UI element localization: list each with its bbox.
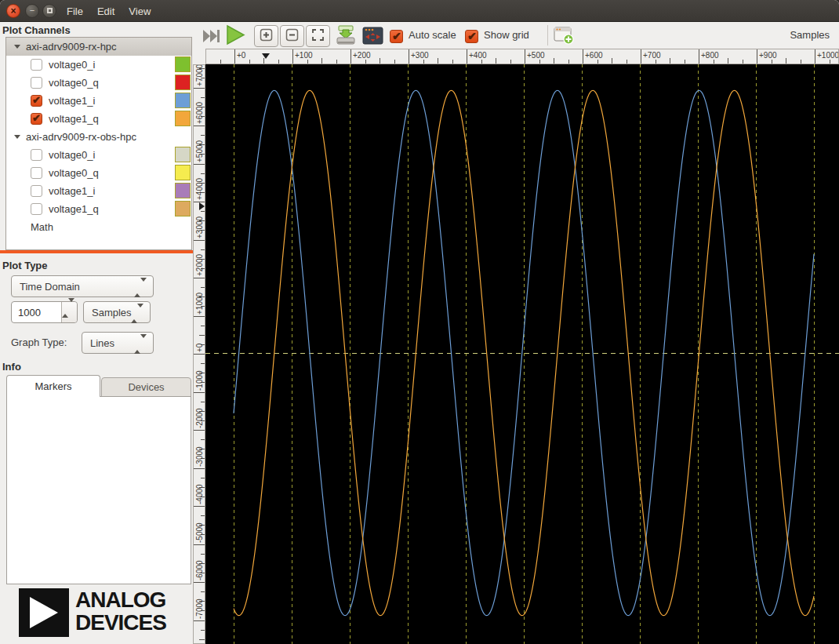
x-axis-tick — [597, 60, 598, 64]
plot-domain-select[interactable]: Time Domain — [11, 275, 154, 297]
menu-edit[interactable]: Edit — [90, 1, 122, 23]
channel-checkbox[interactable] — [31, 113, 42, 125]
menu-file[interactable]: File — [60, 1, 90, 23]
x-axis-tick — [525, 49, 525, 64]
menu-view[interactable]: View — [122, 1, 158, 23]
channel-row[interactable]: voltage0_i — [6, 56, 191, 74]
channel-color-swatch[interactable] — [175, 111, 191, 126]
y-axis-tick — [194, 240, 205, 241]
y-axis-tick-label: +5000 — [195, 140, 204, 162]
y-axis-tick-label: +7000 — [195, 64, 204, 86]
channel-row[interactable]: voltage0_i — [6, 146, 191, 164]
sample-unit-select[interactable]: Samples — [83, 301, 151, 323]
channel-checkbox[interactable] — [31, 167, 42, 179]
channel-label: voltage1_i — [49, 185, 95, 197]
channel-color-swatch[interactable] — [175, 75, 191, 90]
capture-skip-icon[interactable] — [202, 28, 222, 47]
channel-color-swatch[interactable] — [175, 183, 191, 198]
device-name: axi-adrv9009-rx-obs-hpc — [26, 131, 136, 143]
plot-type-heading: Plot Type — [2, 260, 48, 271]
x-axis-tick — [380, 58, 380, 64]
x-axis-tick — [423, 60, 424, 64]
channel-row[interactable]: voltage0_q — [6, 74, 191, 92]
tab-markers[interactable]: Markers — [6, 375, 100, 397]
channel-label: voltage1_q — [49, 113, 99, 125]
x-axis-tick — [583, 49, 583, 64]
channel-checkbox[interactable] — [31, 185, 42, 197]
channel-checkbox[interactable] — [31, 95, 42, 107]
x-axis-tick-label: +800 — [701, 51, 719, 60]
y-axis-tick-label: -3000 — [195, 446, 204, 467]
show-grid-checkbox[interactable] — [465, 30, 478, 43]
y-axis-tick — [194, 506, 205, 507]
waveform-plot[interactable] — [205, 64, 839, 644]
chevron-updown-icon — [131, 307, 143, 319]
channel-row[interactable]: voltage0_q — [6, 164, 191, 182]
device-row[interactable]: axi-adrv9009-rx-obs-hpc — [6, 128, 191, 146]
tab-devices[interactable]: Devices — [101, 377, 191, 397]
play-button[interactable] — [225, 24, 246, 49]
save-capture-icon[interactable] — [335, 25, 357, 49]
y-axis-tick — [201, 97, 205, 98]
pane-divider[interactable] — [0, 250, 193, 253]
sample-count-value: 1000 — [18, 307, 41, 318]
y-axis-tick — [201, 249, 205, 250]
channel-checkbox[interactable] — [31, 59, 42, 71]
x-axis-tick-label: +400 — [469, 51, 487, 60]
horizontal-ruler: +0+100+200+300+400+500+600+700+800+900+1… — [205, 49, 839, 64]
y-axis-tick — [194, 164, 205, 165]
x-axis-tick-label: +700 — [643, 51, 661, 60]
spinner-buttons[interactable] — [61, 302, 77, 322]
x-axis-tick — [670, 58, 670, 64]
auto-scale-checkbox[interactable] — [390, 30, 403, 43]
channel-row[interactable]: voltage1_i — [6, 182, 191, 200]
close-button[interactable]: × — [6, 4, 20, 18]
auto-scale-label: Auto scale — [409, 29, 456, 41]
y-axis-tick — [194, 392, 205, 393]
y-axis-tick — [194, 278, 205, 278]
channel-row[interactable]: voltage1_i — [6, 92, 191, 110]
graph-type-select[interactable]: Lines — [82, 332, 154, 354]
x-axis-tick-label: +1000 — [817, 51, 839, 60]
x-axis-tick-label: +500 — [527, 51, 545, 60]
expander-triangle-icon[interactable] — [14, 45, 20, 49]
x-axis-tick — [714, 60, 714, 64]
channel-color-swatch[interactable] — [175, 147, 191, 162]
y-axis-tick — [201, 630, 205, 631]
y-axis-tick-label: +2000 — [195, 254, 204, 276]
maximize-button[interactable] — [42, 4, 56, 18]
zoom-in-button[interactable] — [254, 25, 278, 47]
y-axis-tick — [194, 126, 205, 126]
sample-count-spinner[interactable]: 1000 — [11, 301, 78, 323]
channel-color-swatch[interactable] — [175, 165, 191, 180]
channel-checkbox[interactable] — [31, 149, 42, 161]
y-axis-tick — [201, 515, 205, 516]
x-axis-tick — [699, 49, 699, 64]
x-axis-tick — [554, 58, 554, 64]
channel-checkbox[interactable] — [31, 203, 42, 215]
channel-color-swatch[interactable] — [175, 201, 191, 216]
x-axis-tick-label: +0 — [237, 51, 245, 60]
y-axis-tick — [199, 639, 205, 640]
x-axis-tick — [627, 60, 627, 64]
x-axis-tick — [830, 60, 830, 64]
zoom-out-button[interactable] — [280, 25, 304, 47]
y-axis-tick — [199, 335, 205, 336]
graph-type-label: Graph Type: — [11, 337, 67, 348]
channel-color-swatch[interactable] — [175, 56, 191, 72]
device-row[interactable]: axi-adrv9009-rx-hpc — [6, 38, 191, 56]
channel-row[interactable]: voltage1_q — [6, 110, 191, 128]
x-axis-tick — [481, 60, 482, 64]
expander-triangle-icon[interactable] — [14, 135, 20, 139]
new-plot-window-icon[interactable] — [554, 27, 575, 48]
channel-color-swatch[interactable] — [175, 93, 191, 108]
math-row[interactable]: Math — [6, 218, 191, 236]
zoom-fit-button[interactable] — [306, 25, 330, 47]
minimize-button[interactable]: − — [25, 4, 39, 18]
channel-row[interactable]: voltage1_q — [6, 200, 191, 218]
x-axis-tick — [438, 58, 438, 64]
fullscreen-icon[interactable] — [362, 27, 383, 48]
y-axis-tick — [194, 620, 205, 621]
plot-channels-heading: Plot Channels — [2, 24, 71, 36]
channel-checkbox[interactable] — [31, 77, 42, 89]
